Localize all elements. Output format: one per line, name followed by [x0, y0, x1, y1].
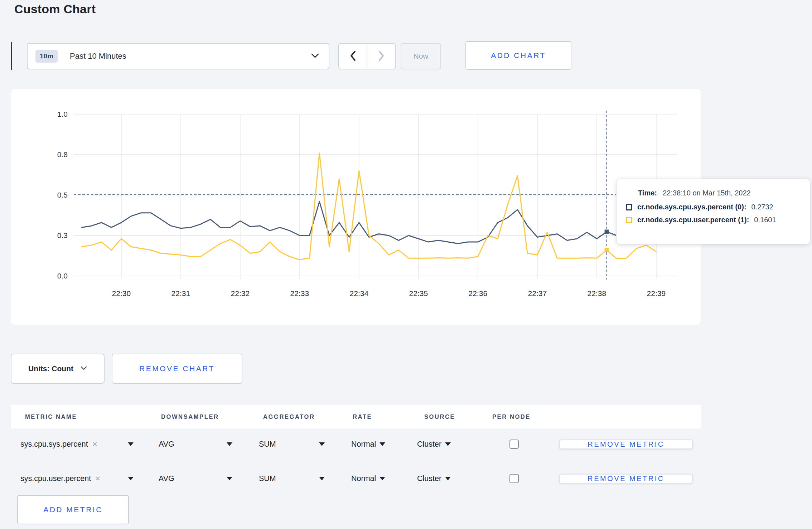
- rate-dropdown[interactable]: Normal: [351, 440, 417, 449]
- time-range-select[interactable]: 10m Past 10 Minutes: [27, 43, 329, 69]
- tooltip-time-row: Time:22:38:10 on Mar 15th, 2022: [638, 189, 810, 197]
- dropdown-caret-icon: [319, 442, 325, 446]
- x-axis-tick-label: 22:36: [469, 289, 488, 297]
- now-button[interactable]: Now: [401, 43, 441, 69]
- downsampler-value: AVG: [159, 440, 174, 449]
- chart-card: 0.00.30.50.81.022:3022:3122:3222:3322:34…: [11, 89, 701, 325]
- y-axis-tick-label: 1.0: [57, 110, 68, 118]
- prev-time-button[interactable]: [339, 44, 367, 69]
- x-axis-tick-label: 22:31: [171, 289, 190, 297]
- x-axis-tick-label: 22:30: [112, 289, 131, 297]
- remove-chart-button[interactable]: REMOVE CHART: [112, 354, 242, 384]
- aggregator-dropdown[interactable]: SUM: [259, 474, 351, 483]
- chevron-down-icon: [311, 53, 319, 60]
- aggregator-dropdown[interactable]: SUM: [259, 440, 351, 449]
- units-select[interactable]: Units: Count: [11, 354, 105, 384]
- series-sys-legend-icon: [626, 204, 632, 210]
- dropdown-caret-icon: [319, 477, 325, 480]
- tooltip-series-name: cr.node.sys.cpu.user.percent (1):: [637, 216, 749, 224]
- source-value: Cluster: [417, 474, 441, 483]
- crosshair-point: [605, 230, 609, 234]
- dropdown-caret-icon: [445, 477, 451, 480]
- dropdown-caret-icon: [380, 477, 385, 480]
- column-header-metric-name: METRIC NAME: [20, 413, 159, 420]
- aggregator-value: SUM: [259, 474, 276, 483]
- tooltip-series-row: cr.node.sys.cpu.sys.percent (0): 0.2732: [626, 203, 810, 211]
- toolbar-left-divider: [11, 42, 12, 70]
- metric-row: sys.cpu.sys.percent × AVG SUM Normal Clu…: [11, 429, 701, 460]
- column-header-per-node: PER NODE: [492, 413, 559, 420]
- remove-metric-button[interactable]: REMOVE METRIC: [559, 440, 693, 449]
- series-line-0: [82, 202, 656, 244]
- downsampler-dropdown[interactable]: AVG: [159, 440, 259, 449]
- x-axis-tick-label: 22:38: [588, 289, 606, 297]
- time-range-badge: 10m: [35, 50, 58, 63]
- dropdown-caret-icon: [380, 442, 385, 446]
- remove-metric-button[interactable]: REMOVE METRIC: [559, 474, 693, 484]
- chart-tooltip: Time:22:38:10 on Mar 15th, 2022 cr.node.…: [617, 179, 810, 244]
- dropdown-caret-icon: [128, 477, 134, 480]
- x-axis-tick-label: 22:32: [231, 289, 250, 297]
- y-axis-tick-label: 0.5: [57, 191, 68, 199]
- dropdown-caret-icon: [445, 442, 451, 446]
- tooltip-time-label: Time:: [638, 189, 657, 197]
- add-chart-button[interactable]: ADD CHART: [465, 41, 571, 70]
- rate-value: Normal: [351, 440, 376, 449]
- series-line-1: [82, 153, 656, 260]
- clear-metric-icon[interactable]: ×: [92, 440, 97, 448]
- y-axis-tick-label: 0.3: [57, 231, 68, 239]
- column-header-downsampler: DOWNSAMPLER: [159, 413, 259, 420]
- units-label: Units: Count: [28, 364, 73, 373]
- dropdown-caret-icon: [227, 442, 232, 446]
- metric-name-value: sys.cpu.sys.percent: [20, 440, 88, 449]
- tooltip-series-row: cr.node.sys.cpu.user.percent (1): 0.1601: [626, 216, 810, 224]
- y-axis-tick-label: 0.8: [57, 150, 68, 159]
- x-axis-tick-label: 22:37: [528, 289, 547, 297]
- rate-value: Normal: [351, 474, 376, 483]
- tooltip-series-value: 0.2732: [751, 203, 773, 211]
- downsampler-value: AVG: [159, 474, 174, 483]
- chart-svg[interactable]: 0.00.30.50.81.022:3022:3122:3222:3322:34…: [11, 89, 701, 325]
- tooltip-time-value: 22:38:10 on Mar 15th, 2022: [663, 189, 751, 197]
- add-metric-button[interactable]: ADD METRIC: [17, 495, 129, 524]
- metrics-table-header: METRIC NAME DOWNSAMPLER AGGREGATOR RATE …: [11, 405, 701, 428]
- dropdown-caret-icon: [128, 442, 134, 446]
- column-header-source: SOURCE: [417, 413, 498, 420]
- per-node-checkbox[interactable]: [509, 474, 519, 483]
- x-axis-tick-label: 22:35: [409, 289, 428, 297]
- time-range-label: Past 10 Minutes: [70, 52, 126, 61]
- aggregator-value: SUM: [259, 440, 276, 449]
- metric-name-value: sys.cpu.user.percent: [20, 474, 91, 483]
- chevron-left-icon: [349, 50, 357, 63]
- next-time-button[interactable]: [367, 44, 395, 69]
- y-axis-tick-label: 0.0: [57, 272, 68, 280]
- tooltip-series-name: cr.node.sys.cpu.sys.percent (0):: [637, 203, 746, 211]
- x-axis-tick-label: 22:39: [647, 289, 666, 297]
- page-title: Custom Chart: [14, 2, 96, 16]
- crosshair-point: [605, 248, 609, 252]
- source-value: Cluster: [417, 440, 441, 449]
- column-header-rate: RATE: [351, 413, 417, 420]
- chevron-down-icon: [81, 365, 87, 372]
- column-header-aggregator: AGGREGATOR: [259, 413, 351, 420]
- x-axis-tick-label: 22:33: [290, 289, 309, 297]
- dropdown-caret-icon: [227, 477, 232, 480]
- metric-name-dropdown[interactable]: sys.cpu.sys.percent ×: [20, 440, 159, 449]
- x-axis-tick-label: 22:34: [350, 289, 369, 297]
- per-node-checkbox[interactable]: [509, 440, 519, 449]
- chevron-right-icon: [377, 50, 386, 63]
- source-dropdown[interactable]: Cluster: [417, 440, 498, 449]
- time-pager: [338, 43, 396, 69]
- rate-dropdown[interactable]: Normal: [351, 474, 417, 483]
- tooltip-series-value: 0.1601: [754, 216, 776, 224]
- downsampler-dropdown[interactable]: AVG: [159, 474, 259, 483]
- metric-row: sys.cpu.user.percent × AVG SUM Normal Cl…: [11, 463, 701, 494]
- clear-metric-icon[interactable]: ×: [95, 474, 100, 483]
- series-user-legend-icon: [626, 217, 632, 223]
- source-dropdown[interactable]: Cluster: [417, 474, 498, 483]
- metric-name-dropdown[interactable]: sys.cpu.user.percent ×: [20, 474, 159, 483]
